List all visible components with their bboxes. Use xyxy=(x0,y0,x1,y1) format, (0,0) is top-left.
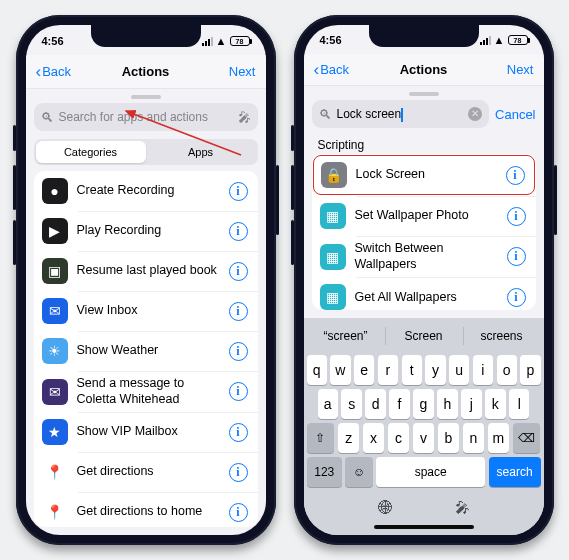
list-item[interactable]: ▦Get All Wallpapersi xyxy=(312,277,536,310)
search-placeholder: Search for apps and actions xyxy=(59,110,233,124)
suggestion[interactable]: “screen” xyxy=(307,321,385,351)
info-icon[interactable]: i xyxy=(229,222,248,241)
key-g[interactable]: g xyxy=(413,389,433,419)
info-icon[interactable]: i xyxy=(506,166,525,185)
keyboard: “screen”Screenscreens qwertyuiop asdfghj… xyxy=(304,318,544,535)
cancel-button[interactable]: Cancel xyxy=(495,107,535,122)
info-icon[interactable]: i xyxy=(229,262,248,281)
list-item[interactable]: 📍Get directions to homei xyxy=(34,492,258,527)
key-e[interactable]: e xyxy=(354,355,374,385)
search-value: Lock screen xyxy=(337,107,464,122)
info-icon[interactable]: i xyxy=(229,302,248,321)
list-item[interactable]: ▦Switch Between Wallpapersi xyxy=(312,236,536,277)
key-v[interactable]: v xyxy=(413,423,434,453)
key-i[interactable]: i xyxy=(473,355,493,385)
key-w[interactable]: w xyxy=(330,355,350,385)
key-r[interactable]: r xyxy=(378,355,398,385)
tab-categories[interactable]: Categories xyxy=(36,141,146,163)
key-f[interactable]: f xyxy=(389,389,409,419)
wifi-icon: ▲ xyxy=(216,35,227,47)
info-icon[interactable]: i xyxy=(507,207,526,226)
key-b[interactable]: b xyxy=(438,423,459,453)
key-k[interactable]: k xyxy=(485,389,505,419)
segmented-control[interactable]: Categories Apps xyxy=(34,139,258,165)
list-item[interactable]: ▦Set Wallpaper Photoi xyxy=(312,196,536,236)
info-icon[interactable]: i xyxy=(229,423,248,442)
app-icon: 🔒 xyxy=(321,162,347,188)
app-icon: 📍 xyxy=(42,499,68,525)
search-input[interactable]: 🔍︎ Lock screen ✕ xyxy=(312,100,490,128)
info-icon[interactable]: i xyxy=(229,342,248,361)
info-icon[interactable]: i xyxy=(507,288,526,307)
home-indicator[interactable] xyxy=(374,525,474,529)
key-x[interactable]: x xyxy=(363,423,384,453)
app-icon: ✉ xyxy=(42,379,68,405)
tab-apps[interactable]: Apps xyxy=(146,141,256,163)
key-q[interactable]: q xyxy=(307,355,327,385)
dictation-icon[interactable]: 🎤︎ xyxy=(455,499,470,516)
list-item[interactable]: ▣Resume last played booki xyxy=(34,251,258,291)
suggestion[interactable]: Screen xyxy=(385,321,463,351)
clock: 4:56 xyxy=(320,34,342,46)
key-a[interactable]: a xyxy=(318,389,338,419)
key-123[interactable]: 123 xyxy=(307,457,342,487)
key-delete[interactable]: ⌫ xyxy=(513,423,541,453)
key-space[interactable]: space xyxy=(376,457,485,487)
key-l[interactable]: l xyxy=(509,389,529,419)
list-item[interactable]: ★Show VIP Mailboxi xyxy=(34,412,258,452)
search-input[interactable]: 🔍︎ Search for apps and actions 🎤︎ xyxy=(34,103,258,131)
list-item[interactable]: ☀Show Weatheri xyxy=(34,331,258,371)
mic-icon[interactable]: 🎤︎ xyxy=(238,110,251,125)
next-button[interactable]: Next xyxy=(205,64,255,79)
item-label: Play Recording xyxy=(77,223,220,239)
key-o[interactable]: o xyxy=(497,355,517,385)
item-label: Send a message toColetta Whitehead xyxy=(77,376,220,407)
clock: 4:56 xyxy=(42,35,64,47)
list-item[interactable]: ✉Send a message toColetta Whiteheadi xyxy=(34,371,258,412)
info-icon[interactable]: i xyxy=(229,503,248,522)
next-button[interactable]: Next xyxy=(483,62,533,77)
key-search[interactable]: search xyxy=(489,457,541,487)
app-icon: ▦ xyxy=(320,244,346,270)
key-u[interactable]: u xyxy=(449,355,469,385)
globe-icon[interactable]: 🌐︎ xyxy=(378,499,393,516)
key-t[interactable]: t xyxy=(402,355,422,385)
nav-bar: ‹Back Actions Next xyxy=(26,55,266,89)
info-icon[interactable]: i xyxy=(229,182,248,201)
list-item[interactable]: 📍Get directionsi xyxy=(34,452,258,492)
sheet-grabber[interactable] xyxy=(409,92,439,96)
list-item[interactable]: ✉View Inboxi xyxy=(34,291,258,331)
app-icon: ✉ xyxy=(42,298,68,324)
key-z[interactable]: z xyxy=(338,423,359,453)
info-icon[interactable]: i xyxy=(507,247,526,266)
key-p[interactable]: p xyxy=(520,355,540,385)
back-button[interactable]: ‹Back xyxy=(314,61,364,78)
key-c[interactable]: c xyxy=(388,423,409,453)
key-shift[interactable]: ⇧ xyxy=(307,423,335,453)
clear-icon[interactable]: ✕ xyxy=(468,107,482,121)
app-icon: ▦ xyxy=(320,284,346,310)
sheet-grabber[interactable] xyxy=(131,95,161,99)
key-d[interactable]: d xyxy=(365,389,385,419)
key-j[interactable]: j xyxy=(461,389,481,419)
list-item[interactable]: 🔒Lock Screeni xyxy=(313,155,535,195)
list-item[interactable]: ●Create Recordingi xyxy=(34,171,258,211)
item-label: Get directions to home xyxy=(77,504,220,520)
info-icon[interactable]: i xyxy=(229,382,248,401)
app-icon: ★ xyxy=(42,419,68,445)
key-y[interactable]: y xyxy=(425,355,445,385)
key-s[interactable]: s xyxy=(341,389,361,419)
key-emoji[interactable]: ☺ xyxy=(345,457,372,487)
info-icon[interactable]: i xyxy=(229,463,248,482)
page-title: Actions xyxy=(122,64,170,79)
key-n[interactable]: n xyxy=(463,423,484,453)
back-button[interactable]: ‹Back xyxy=(36,63,86,80)
key-h[interactable]: h xyxy=(437,389,457,419)
suggestion[interactable]: screens xyxy=(463,321,541,351)
app-icon: ☀ xyxy=(42,338,68,364)
item-label: Set Wallpaper Photo xyxy=(355,208,498,224)
key-m[interactable]: m xyxy=(488,423,509,453)
item-label: Resume last played book xyxy=(77,263,220,279)
signal-icon xyxy=(202,37,213,46)
list-item[interactable]: ▶Play Recordingi xyxy=(34,211,258,251)
